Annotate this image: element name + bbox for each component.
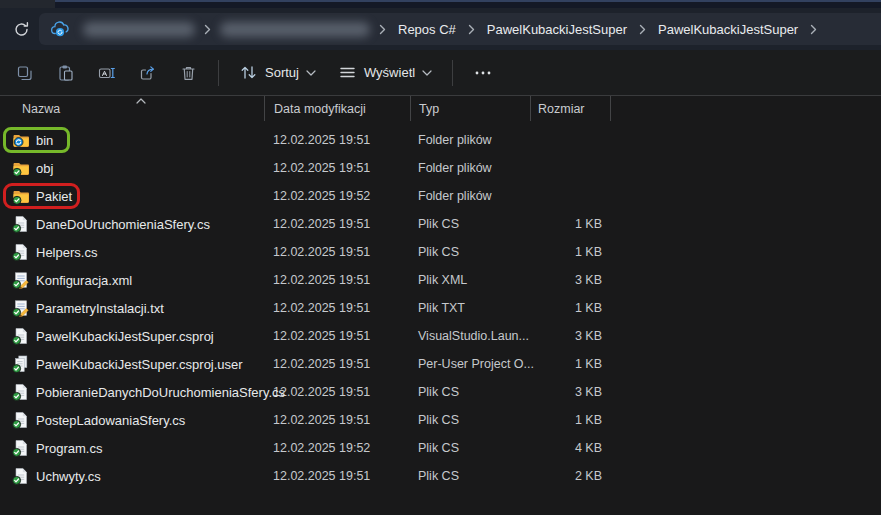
type-cell: Plik TXT — [410, 301, 530, 315]
type-cell: Plik CS — [410, 385, 530, 399]
folder-check-icon — [12, 159, 30, 177]
breadcrumb-redacted-segment[interactable] — [220, 22, 370, 37]
name-cell: Program.cs — [0, 439, 264, 457]
breadcrumb-redacted-segment[interactable] — [83, 22, 195, 37]
size-cell: 3 KB — [530, 385, 610, 399]
rename-icon — [97, 64, 116, 82]
breadcrumb-chevron-icon[interactable] — [199, 24, 216, 35]
file-row[interactable]: PostepLadowaniaSfery.cs 12.02.2025 19:51… — [0, 406, 881, 434]
column-header-size[interactable]: Rozmiar — [530, 96, 610, 121]
date-modified-cell: 12.02.2025 19:51 — [264, 301, 410, 315]
breadcrumb-item[interactable]: PawelKubackiJestSuper — [480, 19, 634, 40]
doc-check-icon — [12, 383, 30, 401]
breadcrumb-item[interactable]: Repos C# — [391, 19, 463, 40]
annotation-red-box: Pakiet — [3, 183, 80, 209]
notepad-check-icon — [12, 271, 30, 289]
column-header-date[interactable]: Data modyfikacji — [264, 96, 410, 121]
copy-icon — [15, 64, 34, 82]
breadcrumb-chevron-icon[interactable] — [463, 24, 480, 35]
window-accent-line — [55, 0, 881, 2]
paste-button[interactable] — [45, 55, 86, 91]
date-modified-cell: 12.02.2025 19:52 — [264, 441, 410, 455]
file-row[interactable]: PobieranieDanychDoUruchomieniaSfery.cs 1… — [0, 378, 881, 406]
file-row[interactable]: PawelKubackiJestSuper.csproj.user 12.02.… — [0, 350, 881, 378]
date-modified-cell: 12.02.2025 19:51 — [264, 329, 410, 343]
share-button[interactable] — [127, 55, 168, 91]
file-row[interactable]: Uchwyty.cs 12.02.2025 19:51 Plik CS 2 KB — [0, 462, 881, 490]
file-row[interactable]: Helpers.cs 12.02.2025 19:51 Plik CS 1 KB — [0, 238, 881, 266]
type-cell: Folder plików — [410, 133, 530, 147]
file-name: Konfiguracja.xml — [36, 273, 132, 288]
refresh-button[interactable] — [6, 14, 36, 44]
type-cell: Plik CS — [410, 441, 530, 455]
chevron-down-icon — [422, 70, 432, 76]
doc-check-icon — [12, 467, 30, 485]
column-header-type[interactable]: Typ — [410, 96, 530, 121]
breadcrumb-chevron-icon[interactable] — [634, 24, 651, 35]
chevron-down-icon — [306, 70, 316, 76]
folder-check-icon — [12, 187, 30, 205]
doc-check-icon — [12, 439, 30, 457]
file-row[interactable]: bin 12.02.2025 19:51 Folder plików — [0, 126, 881, 154]
date-modified-cell: 12.02.2025 19:51 — [264, 385, 410, 399]
file-row[interactable]: Program.cs 12.02.2025 19:52 Plik CS 4 KB — [0, 434, 881, 462]
view-button[interactable]: Wyświetl — [327, 55, 443, 91]
notepad-check-icon — [12, 299, 30, 317]
sort-button[interactable]: Sortuj — [228, 55, 327, 91]
size-cell: 1 KB — [530, 301, 610, 315]
date-modified-cell: 12.02.2025 19:51 — [264, 133, 410, 147]
breadcrumb-chevron-icon[interactable] — [374, 24, 391, 35]
name-cell: Uchwyty.cs — [0, 467, 264, 485]
size-cell: 4 KB — [530, 441, 610, 455]
file-name: PostepLadowaniaSfery.cs — [36, 413, 185, 428]
folder-sync-icon — [12, 131, 30, 149]
file-name: PawelKubackiJestSuper.csproj.user — [36, 357, 243, 372]
name-cell: PawelKubackiJestSuper.csproj — [0, 327, 264, 345]
name-cell: bin — [0, 127, 264, 153]
file-row[interactable]: ParametryInstalacji.txt 12.02.2025 19:51… — [0, 294, 881, 322]
type-cell: Plik CS — [410, 413, 530, 427]
delete-button[interactable] — [168, 55, 209, 91]
type-cell: Folder plików — [410, 189, 530, 203]
file-row[interactable]: Konfiguracja.xml 12.02.2025 19:51 Plik X… — [0, 266, 881, 294]
breadcrumb-item[interactable]: PawelKubackiJestSuper — [651, 19, 805, 40]
type-cell: Plik XML — [410, 273, 530, 287]
tab-bar-remnant — [0, 0, 55, 8]
navigation-bar: Repos C#PawelKubackiJestSuperPawelKuback… — [0, 8, 881, 50]
name-cell: DaneDoUruchomieniaSfery.cs — [0, 215, 264, 233]
file-name: PobieranieDanychDoUruchomieniaSfery.cs — [36, 385, 285, 400]
file-row[interactable]: DaneDoUruchomieniaSfery.cs 12.02.2025 19… — [0, 210, 881, 238]
size-cell: 1 KB — [530, 245, 610, 259]
breadcrumb: Repos C#PawelKubackiJestSuperPawelKuback… — [79, 19, 822, 40]
date-modified-cell: 12.02.2025 19:51 — [264, 217, 410, 231]
doc-check-icon — [12, 411, 30, 429]
name-cell: PawelKubackiJestSuper.csproj.user — [0, 355, 264, 373]
file-name: PawelKubackiJestSuper.csproj — [36, 329, 214, 344]
date-modified-cell: 12.02.2025 19:51 — [264, 273, 410, 287]
column-header-name[interactable]: Nazwa — [0, 102, 264, 116]
file-explorer-window: { "nav": { "breadcrumb": { "items": [ { … — [0, 0, 881, 515]
rename-button[interactable] — [86, 55, 127, 91]
name-cell: Helpers.cs — [0, 243, 264, 261]
date-modified-cell: 12.02.2025 19:51 — [264, 245, 410, 259]
file-row[interactable]: Pakiet 12.02.2025 19:52 Folder plików — [0, 182, 881, 210]
more-button[interactable] — [462, 55, 504, 91]
type-cell: Plik CS — [410, 217, 530, 231]
name-cell: PobieranieDanychDoUruchomieniaSfery.cs — [0, 383, 264, 401]
file-name: Pakiet — [36, 189, 72, 204]
size-cell: 2 KB — [530, 469, 610, 483]
toolbar-divider — [452, 60, 453, 86]
sort-ascending-chevron-icon — [136, 98, 146, 104]
copy-button[interactable] — [4, 55, 45, 91]
size-cell: 1 KB — [530, 357, 610, 371]
file-name: bin — [36, 133, 53, 148]
file-row[interactable]: obj 12.02.2025 19:51 Folder plików — [0, 154, 881, 182]
file-name: Uchwyty.cs — [36, 469, 101, 484]
breadcrumb-chevron-icon[interactable] — [805, 24, 822, 35]
file-row[interactable]: PawelKubackiJestSuper.csproj 12.02.2025 … — [0, 322, 881, 350]
address-bar[interactable]: Repos C#PawelKubackiJestSuperPawelKuback… — [39, 13, 881, 45]
view-label: Wyświetl — [364, 65, 415, 80]
file-list: bin 12.02.2025 19:51 Folder plików obj 1… — [0, 121, 881, 514]
file-name: ParametryInstalacji.txt — [36, 301, 164, 316]
doc-check-icon — [12, 327, 30, 345]
